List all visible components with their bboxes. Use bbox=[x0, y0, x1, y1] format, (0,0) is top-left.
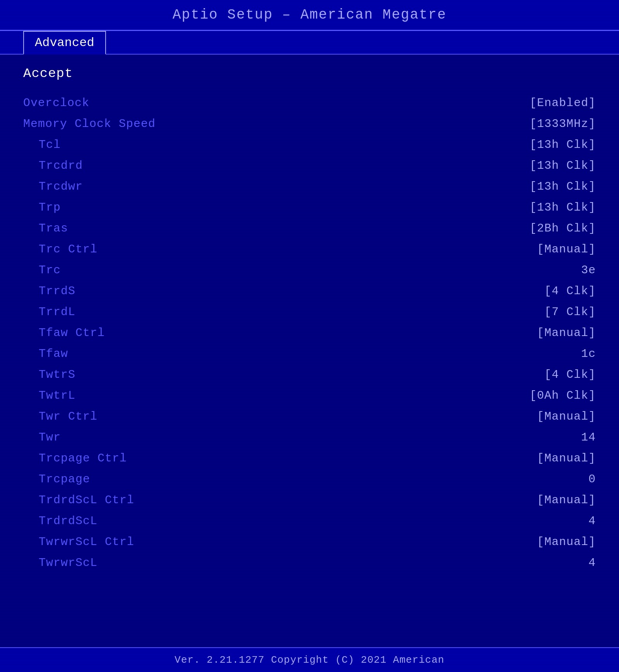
setting-name: TrrdS bbox=[39, 283, 402, 299]
setting-value: 4 bbox=[402, 555, 596, 571]
settings-row[interactable]: Trcdrd[13h Clk] bbox=[23, 155, 596, 176]
setting-name: Memory Clock Speed bbox=[23, 116, 402, 132]
setting-value[interactable]: [13h Clk] bbox=[402, 137, 596, 153]
setting-name: Tcl bbox=[39, 137, 402, 153]
setting-value[interactable]: [13h Clk] bbox=[402, 158, 596, 174]
setting-value[interactable]: [Manual] bbox=[402, 534, 596, 550]
setting-name: TwrwrScL bbox=[39, 555, 402, 571]
setting-name: TwrwrScL Ctrl bbox=[39, 534, 402, 550]
setting-value[interactable]: [4 Clk] bbox=[402, 367, 596, 383]
settings-row[interactable]: Tfaw Ctrl[Manual] bbox=[23, 322, 596, 343]
nav-area: Advanced bbox=[0, 31, 619, 55]
setting-value[interactable]: [Manual] bbox=[402, 450, 596, 466]
settings-row[interactable]: Tras[2Bh Clk] bbox=[23, 218, 596, 239]
setting-value: 4 bbox=[402, 513, 596, 529]
setting-value[interactable]: [Manual] bbox=[402, 492, 596, 508]
settings-row[interactable]: Trcpage Ctrl[Manual] bbox=[23, 448, 596, 469]
settings-row[interactable]: Tfaw1c bbox=[23, 343, 596, 364]
footer-text: Ver. 2.21.1277 Copyright (C) 2021 Americ… bbox=[174, 654, 444, 666]
setting-value[interactable]: [7 Clk] bbox=[402, 304, 596, 320]
setting-value[interactable]: [13h Clk] bbox=[402, 178, 596, 195]
setting-name: Trc Ctrl bbox=[39, 241, 402, 257]
setting-name: Overclock bbox=[23, 95, 402, 111]
setting-name: Trc bbox=[39, 262, 402, 278]
setting-value[interactable]: [Manual] bbox=[402, 241, 596, 257]
settings-row[interactable]: TrrdL[7 Clk] bbox=[23, 302, 596, 322]
setting-name: Trcdrd bbox=[39, 158, 402, 174]
footer: Ver. 2.21.1277 Copyright (C) 2021 Americ… bbox=[0, 647, 619, 672]
setting-value[interactable]: [Manual] bbox=[402, 408, 596, 425]
setting-value[interactable]: [4 Clk] bbox=[402, 283, 596, 299]
setting-name: TrdrdScL Ctrl bbox=[39, 492, 402, 508]
settings-row[interactable]: TrdrdScL Ctrl[Manual] bbox=[23, 490, 596, 511]
settings-row[interactable]: TrdrdScL4 bbox=[23, 511, 596, 531]
setting-name: Twr bbox=[39, 429, 402, 446]
settings-row[interactable]: TwtrL[0Ah Clk] bbox=[23, 385, 596, 406]
settings-row[interactable]: Twr Ctrl[Manual] bbox=[23, 406, 596, 427]
setting-name: TwtrL bbox=[39, 387, 402, 404]
settings-row[interactable]: Trc Ctrl[Manual] bbox=[23, 239, 596, 260]
settings-row[interactable]: Trc3e bbox=[23, 260, 596, 281]
setting-value[interactable]: [Manual] bbox=[402, 325, 596, 341]
setting-value[interactable]: [Enabled] bbox=[402, 95, 596, 111]
setting-value[interactable]: [1333MHz] bbox=[402, 116, 596, 132]
settings-row[interactable]: TrrdS[4 Clk] bbox=[23, 281, 596, 302]
settings-list: Overclock[Enabled]Memory Clock Speed[133… bbox=[23, 93, 596, 573]
settings-row[interactable]: Memory Clock Speed[1333MHz] bbox=[23, 113, 596, 134]
title-bar-text: Aptio Setup – American Megatre bbox=[173, 7, 446, 23]
settings-row[interactable]: Overclock[Enabled] bbox=[23, 93, 596, 113]
setting-name: TwtrS bbox=[39, 367, 402, 383]
setting-value[interactable]: [0Ah Clk] bbox=[402, 387, 596, 404]
setting-value: 3e bbox=[402, 262, 596, 278]
setting-name: Trp bbox=[39, 199, 402, 216]
title-bar: Aptio Setup – American Megatre bbox=[0, 0, 619, 31]
settings-row[interactable]: Trcpage0 bbox=[23, 469, 596, 490]
settings-row[interactable]: Trcdwr[13h Clk] bbox=[23, 176, 596, 197]
setting-value[interactable]: [13h Clk] bbox=[402, 199, 596, 216]
setting-name: Tfaw bbox=[39, 346, 402, 362]
settings-row[interactable]: Tcl[13h Clk] bbox=[23, 134, 596, 155]
setting-name: Trcpage bbox=[39, 471, 402, 487]
setting-name: Twr Ctrl bbox=[39, 408, 402, 425]
setting-name: Tras bbox=[39, 220, 402, 237]
setting-name: TrrdL bbox=[39, 304, 402, 320]
main-content: Accept Overclock[Enabled]Memory Clock Sp… bbox=[0, 55, 619, 672]
setting-value[interactable]: [2Bh Clk] bbox=[402, 220, 596, 237]
setting-name: Trcpage Ctrl bbox=[39, 450, 402, 466]
settings-row[interactable]: TwrwrScL4 bbox=[23, 552, 596, 573]
setting-value: 14 bbox=[402, 429, 596, 446]
settings-row[interactable]: TwtrS[4 Clk] bbox=[23, 364, 596, 385]
setting-name: Trcdwr bbox=[39, 178, 402, 195]
tab-advanced[interactable]: Advanced bbox=[23, 31, 106, 55]
setting-name: TrdrdScL bbox=[39, 513, 402, 529]
setting-value: 0 bbox=[402, 471, 596, 487]
setting-value: 1c bbox=[402, 346, 596, 362]
settings-row[interactable]: TwrwrScL Ctrl[Manual] bbox=[23, 531, 596, 552]
section-title: Accept bbox=[23, 66, 596, 81]
settings-row[interactable]: Trp[13h Clk] bbox=[23, 197, 596, 218]
settings-row[interactable]: Twr14 bbox=[23, 427, 596, 448]
setting-name: Tfaw Ctrl bbox=[39, 325, 402, 341]
